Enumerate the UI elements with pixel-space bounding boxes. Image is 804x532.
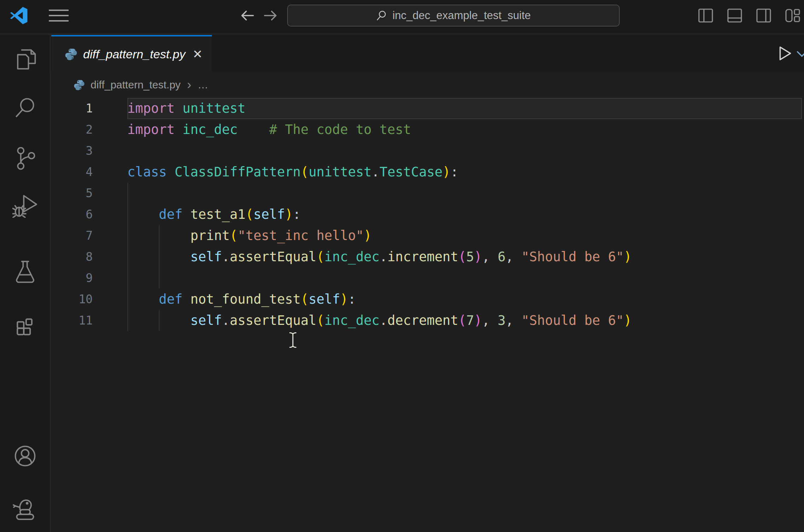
toggle-primary-sidebar-icon[interactable] <box>697 7 714 24</box>
tab-diff-pattern-test[interactable]: diff_pattern_test.py ✕ <box>51 35 212 72</box>
code-editor[interactable]: 1import unittest2import inc_dec # The co… <box>51 98 804 532</box>
testing-icon[interactable] <box>11 257 39 286</box>
indent-guide <box>159 268 160 289</box>
breadcrumb-file[interactable]: diff_pattern_test.py <box>91 79 181 91</box>
code-line[interactable]: 7 print("test_inc hello") <box>51 225 804 246</box>
code-line-text: def test_a1(self): <box>127 204 301 225</box>
python-icon <box>65 48 77 60</box>
menu-icon[interactable] <box>49 8 69 23</box>
mouse-cursor-ibeam-icon <box>288 332 297 349</box>
run-debug-icon[interactable] <box>11 191 39 219</box>
line-number: 7 <box>51 225 93 246</box>
account-icon[interactable] <box>11 442 39 470</box>
toggle-secondary-sidebar-icon[interactable] <box>755 7 772 24</box>
run-dropdown-chevron-icon[interactable] <box>795 46 804 60</box>
extensions-icon[interactable] <box>11 310 39 339</box>
run-icon[interactable] <box>774 43 795 64</box>
code-line-text: self.assertEqual(inc_dec.decrement(7), 3… <box>127 310 632 331</box>
vscode-logo-icon <box>10 6 28 24</box>
close-icon[interactable]: ✕ <box>191 47 204 62</box>
line-number: 8 <box>51 246 93 268</box>
tab-label: diff_pattern_test.py <box>83 47 185 61</box>
code-line[interactable]: 11 self.assertEqual(inc_dec.decrement(7)… <box>51 310 804 331</box>
customize-layout-icon[interactable] <box>784 7 801 24</box>
breadcrumb: diff_pattern_test.py › … <box>51 72 804 98</box>
explorer-icon[interactable] <box>11 45 39 74</box>
line-number: 6 <box>51 204 93 225</box>
chevron-right-icon: › <box>187 77 191 92</box>
line-number: 5 <box>51 183 93 204</box>
search-icon[interactable] <box>11 94 39 122</box>
line-number: 9 <box>51 268 93 289</box>
code-line[interactable]: 3 <box>51 140 804 162</box>
source-control-icon[interactable] <box>11 144 39 173</box>
code-line[interactable]: 8 self.assertEqual(inc_dec.increment(5),… <box>51 246 804 268</box>
activity-bar <box>0 35 51 532</box>
line-number: 11 <box>51 310 93 331</box>
line-number: 10 <box>51 289 93 310</box>
code-line-text: self.assertEqual(inc_dec.increment(5), 6… <box>127 246 632 268</box>
python-snake-icon[interactable] <box>11 494 39 522</box>
code-line[interactable]: 4class ClassDiffPattern(unittest.TestCas… <box>51 162 804 183</box>
layout-controls <box>697 6 801 25</box>
indent-guide <box>127 268 128 289</box>
code-line[interactable]: 5 <box>51 183 804 204</box>
tab-strip: diff_pattern_test.py ✕ <box>51 35 804 72</box>
line-number: 3 <box>51 140 93 162</box>
code-line[interactable]: 1import unittest <box>51 98 804 119</box>
python-icon <box>74 79 85 90</box>
line-number: 4 <box>51 162 93 183</box>
code-line[interactable]: 9 <box>51 268 804 289</box>
toggle-panel-icon[interactable] <box>726 7 743 24</box>
title-bar: inc_dec_example_test_suite <box>0 0 804 34</box>
code-line[interactable]: 6 def test_a1(self): <box>51 204 804 225</box>
command-center-search[interactable]: inc_dec_example_test_suite <box>287 5 620 27</box>
line-number: 2 <box>51 119 93 140</box>
code-line[interactable]: 2import inc_dec # The code to test <box>51 119 804 140</box>
code-line-text: class ClassDiffPattern(unittest.TestCase… <box>127 162 458 183</box>
code-line-text: import unittest <box>127 98 245 119</box>
arrow-back-icon[interactable] <box>238 6 258 25</box>
line-number: 1 <box>51 98 93 119</box>
search-icon <box>376 10 387 21</box>
indent-guide <box>127 183 128 204</box>
code-line-text: import inc_dec # The code to test <box>127 119 411 140</box>
code-line[interactable]: 10 def not_found_test(self): <box>51 289 804 310</box>
search-value: inc_dec_example_test_suite <box>392 9 531 22</box>
breadcrumb-more[interactable]: … <box>198 79 208 91</box>
code-line-text: print("test_inc hello") <box>127 225 372 246</box>
arrow-forward-icon[interactable] <box>260 6 280 25</box>
editor-actions <box>774 35 804 72</box>
code-line-text: def not_found_test(self): <box>127 289 356 310</box>
